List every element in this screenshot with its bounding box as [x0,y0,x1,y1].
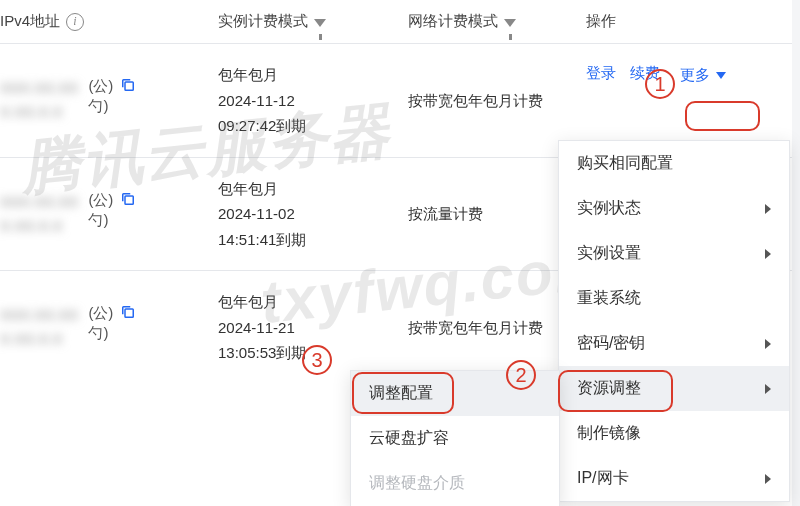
ip-suffix-2: 勺) [88,97,137,116]
menu-pwd-key-label: 密码/密钥 [577,333,645,354]
copy-icon[interactable] [119,76,137,97]
col-billing-label: 实例计费模式 [218,12,308,31]
chevron-right-icon [765,249,771,259]
ip-suffix-2: 勺) [88,324,137,343]
menu-reinstall[interactable]: 重装系统 [559,276,789,321]
copy-icon[interactable] [119,303,137,324]
menu-buy-same[interactable]: 购买相同配置 [559,141,789,186]
col-network-label: 网络计费模式 [408,12,498,31]
billing-expire: 13:05:53到期 [218,340,306,366]
billing-mode: 包年包月 [218,289,306,315]
billing-date: 2024-11-12 [218,88,306,114]
menu-buy-same-label: 购买相同配置 [577,153,673,174]
menu-reinstall-label: 重装系统 [577,288,641,309]
submenu-adjust-config-label: 调整配置 [369,383,433,404]
info-icon[interactable]: i [66,13,84,31]
more-label: 更多 [680,66,710,85]
ip-suffix: (公) [88,304,113,323]
menu-pwd-key[interactable]: 密码/密钥 [559,321,789,366]
billing-mode: 包年包月 [218,62,306,88]
ip-suffix: (公) [88,191,113,210]
billing-date: 2024-11-02 [218,201,306,227]
menu-resource-adjust[interactable]: 资源调整 [559,366,789,411]
menu-make-image-label: 制作镜像 [577,423,641,444]
ip-suffix-2: 勺) [88,211,137,230]
col-actions-label: 操作 [586,12,616,29]
resource-adjust-submenu: 调整配置 云硬盘扩容 调整硬盘介质 [350,370,560,506]
table-header: IPv4地址 i 实例计费模式 网络计费模式 操作 [0,0,800,44]
billing-expire: 14:51:41到期 [218,227,306,253]
svg-rect-1 [125,196,133,204]
chevron-right-icon [765,384,771,394]
ip-masked: XXX.XX.XXX.XX.X.X [0,76,78,124]
submenu-expand-disk[interactable]: 云硬盘扩容 [351,416,559,461]
submenu-adjust-disk-medium-label: 调整硬盘介质 [369,473,465,494]
copy-icon[interactable] [119,190,137,211]
menu-ip-nic[interactable]: IP/网卡 [559,456,789,501]
menu-instance-settings-label: 实例设置 [577,243,641,264]
caret-down-icon [716,72,726,79]
ip-masked: XXX.XX.XXX.XX.X.X [0,190,78,238]
menu-make-image[interactable]: 制作镜像 [559,411,789,456]
col-ip-label: IPv4地址 [0,12,60,31]
network-mode: 按带宽包年包月计费 [408,315,543,341]
more-button[interactable]: 更多 [674,64,732,87]
chevron-right-icon [765,204,771,214]
network-mode: 按带宽包年包月计费 [408,88,543,114]
renew-link[interactable]: 续费 [630,64,660,87]
menu-resource-adjust-label: 资源调整 [577,378,641,399]
login-link[interactable]: 登录 [586,64,616,87]
svg-rect-2 [125,309,133,317]
submenu-adjust-disk-medium: 调整硬盘介质 [351,461,559,506]
menu-instance-settings[interactable]: 实例设置 [559,231,789,276]
ip-suffix: (公) [88,77,113,96]
ip-masked: XXX.XX.XXX.XX.X.X [0,303,78,351]
billing-date: 2024-11-21 [218,315,306,341]
filter-icon[interactable] [504,19,516,27]
scrollbar-track[interactable] [792,0,800,506]
billing-expire: 09:27:42到期 [218,113,306,139]
chevron-right-icon [765,339,771,349]
billing-mode: 包年包月 [218,176,306,202]
svg-rect-0 [125,82,133,90]
menu-ip-nic-label: IP/网卡 [577,468,629,489]
more-dropdown: 购买相同配置 实例状态 实例设置 重装系统 密码/密钥 资源调整 制作镜像 IP… [558,140,790,502]
menu-instance-state[interactable]: 实例状态 [559,186,789,231]
submenu-adjust-config[interactable]: 调整配置 [351,371,559,416]
menu-instance-state-label: 实例状态 [577,198,641,219]
filter-icon[interactable] [314,19,326,27]
submenu-expand-disk-label: 云硬盘扩容 [369,428,449,449]
chevron-right-icon [765,474,771,484]
network-mode: 按流量计费 [408,201,483,227]
